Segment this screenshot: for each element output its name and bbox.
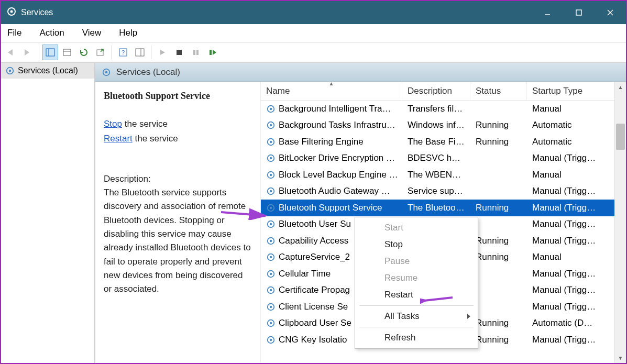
- close-button[interactable]: [595, 1, 626, 24]
- svg-point-44: [270, 273, 272, 275]
- app-gear-icon: [6, 6, 17, 19]
- cell-description: The Bluetoo…: [402, 203, 470, 213]
- gear-icon: [266, 120, 276, 130]
- help-icon[interactable]: ?: [115, 45, 131, 60]
- tree-item-label: Services (Local): [18, 66, 78, 75]
- stop-icon[interactable]: [171, 45, 187, 60]
- svg-rect-3: [576, 10, 581, 15]
- table-row[interactable]: BitLocker Drive Encryption …BDESVC hos…M…: [261, 150, 626, 167]
- cell-name: Capability Access: [279, 236, 348, 246]
- ctx-stop[interactable]: Stop: [355, 236, 478, 253]
- svg-rect-15: [177, 50, 182, 55]
- scroll-up-icon[interactable]: ▲: [615, 82, 626, 92]
- ctx-all-tasks[interactable]: All Tasks: [355, 308, 478, 325]
- maximize-button[interactable]: [563, 1, 595, 24]
- ctx-separator: [359, 305, 474, 306]
- pause-icon[interactable]: [188, 45, 204, 60]
- gear-icon: [266, 137, 276, 147]
- scrollbar-thumb[interactable]: [616, 124, 625, 150]
- panel-header: Services (Local): [95, 63, 626, 82]
- table-row[interactable]: Bluetooth Audio Gateway …Service supp…Ma…: [261, 183, 626, 200]
- menu-file[interactable]: File: [4, 26, 25, 40]
- gear-icon: [266, 203, 276, 213]
- stop-link[interactable]: Stop: [104, 119, 122, 129]
- toolbar-sep: [39, 46, 39, 59]
- cell-startup: Automatic (D…: [527, 318, 626, 328]
- titlebar: Services: [1, 1, 626, 24]
- svg-point-20: [9, 70, 12, 72]
- svg-point-48: [270, 306, 272, 308]
- table-row[interactable]: Block Level Backup Engine …The WBENG…Man…: [261, 167, 626, 183]
- cell-startup: Manual (Trigg…: [527, 285, 626, 295]
- window-title: Services: [21, 8, 532, 17]
- play-icon[interactable]: [155, 45, 170, 60]
- gear-icon: [266, 186, 276, 196]
- table-row[interactable]: Bluetooth Support ServiceThe Bluetoo…Run…: [261, 200, 626, 216]
- gear-icon: [266, 153, 276, 163]
- cell-status: Running: [470, 137, 527, 147]
- properties-icon[interactable]: [59, 45, 75, 60]
- refresh-icon[interactable]: [76, 45, 92, 60]
- tree-item-services-local[interactable]: Services (Local): [1, 63, 94, 79]
- description-label: Description:: [104, 172, 251, 186]
- ctx-pause: Pause: [355, 253, 478, 270]
- table-row[interactable]: Background Tasks Infrastru…Windows inf…R…: [261, 117, 626, 134]
- cell-name: Background Tasks Infrastru…: [279, 120, 395, 130]
- scroll-down-icon[interactable]: ▼: [615, 352, 626, 363]
- cell-description: Transfers file…: [402, 104, 470, 114]
- description-text: The Bluetooth service supports discovery…: [104, 186, 251, 296]
- cell-name: Certificate Propag: [279, 285, 350, 295]
- cell-status: Running: [470, 318, 527, 328]
- col-header-status[interactable]: Status: [470, 82, 527, 100]
- cell-description: Service supp…: [402, 186, 470, 196]
- showhide-tree-icon[interactable]: [42, 45, 58, 60]
- svg-point-42: [270, 256, 272, 259]
- svg-point-50: [270, 322, 272, 325]
- svg-point-52: [270, 339, 272, 341]
- gear-icon: [266, 104, 276, 114]
- cell-startup: Manual (Trigg…: [527, 203, 626, 213]
- ctx-refresh[interactable]: Refresh: [355, 329, 478, 346]
- menu-action[interactable]: Action: [36, 26, 67, 40]
- col-header-startup[interactable]: Startup Type: [527, 82, 626, 100]
- gear-icon: [266, 170, 276, 180]
- vertical-scrollbar[interactable]: ▲ ▼: [614, 82, 626, 363]
- svg-point-32: [270, 174, 272, 177]
- table-row[interactable]: Background Intelligent Tra…Transfers fil…: [261, 101, 626, 117]
- table-row[interactable]: Base Filtering EngineThe Base Filt…Runni…: [261, 134, 626, 150]
- minimize-button[interactable]: [532, 1, 563, 24]
- menu-view[interactable]: View: [79, 26, 105, 40]
- gear-icon: [266, 269, 276, 279]
- menu-help[interactable]: Help: [116, 26, 140, 40]
- cell-description: Windows inf…: [402, 120, 470, 130]
- svg-rect-17: [196, 50, 199, 55]
- cell-startup: Manual: [527, 252, 626, 262]
- cell-name: Block Level Backup Engine …: [279, 170, 398, 180]
- cell-name: Bluetooth User Su: [279, 219, 351, 229]
- col-header-name[interactable]: ▲ Name: [261, 82, 402, 100]
- gear-icon: [266, 302, 276, 312]
- cell-status: Running: [470, 335, 527, 345]
- menubar: File Action View Help: [1, 24, 626, 42]
- nav-back-icon[interactable]: [3, 45, 19, 60]
- cell-status: Running: [470, 120, 527, 130]
- gear-icon: [266, 335, 276, 345]
- svg-point-38: [270, 223, 272, 226]
- cell-description: The Base Filt…: [402, 137, 470, 147]
- extended-icon[interactable]: [132, 45, 148, 60]
- toolbar-sep: [112, 46, 112, 59]
- restart-link[interactable]: Restart: [104, 134, 133, 144]
- restart-icon[interactable]: [205, 45, 221, 60]
- col-header-description[interactable]: Description: [402, 82, 470, 100]
- ctx-resume: Resume: [355, 270, 478, 286]
- cell-startup: Manual (Trigg…: [527, 302, 626, 312]
- cell-name: Client License Se: [279, 302, 348, 312]
- cell-description: The WBENG…: [402, 170, 470, 180]
- restart-tail: the service: [133, 134, 178, 144]
- nav-forward-icon[interactable]: [20, 45, 36, 60]
- ctx-restart[interactable]: Restart: [355, 286, 478, 303]
- cell-name: Clipboard User Se: [279, 318, 351, 328]
- export-icon[interactable]: [93, 45, 108, 60]
- ctx-start: Start: [355, 219, 478, 236]
- cell-startup: Manual (Trigg…: [527, 186, 626, 196]
